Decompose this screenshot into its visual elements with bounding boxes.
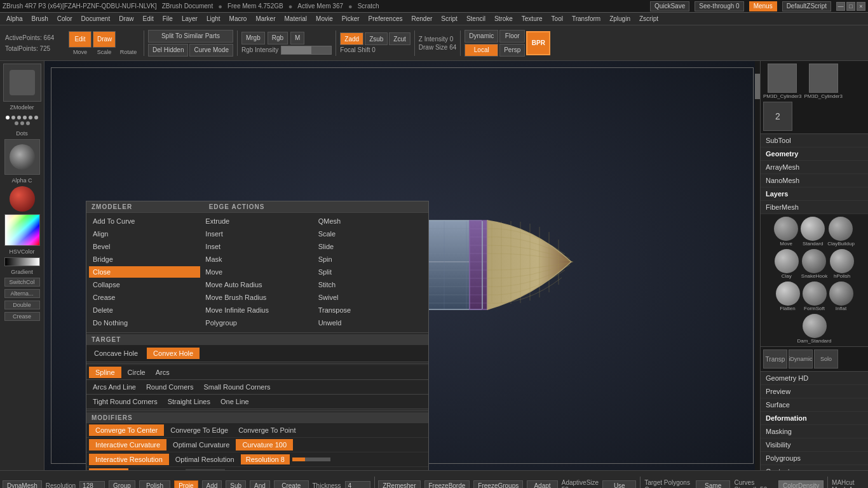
menu-light[interactable]: Light [203,14,224,24]
see-through-button[interactable]: See-through 0 [695,1,743,11]
same-double-button[interactable]: Same Doubl [696,480,731,489]
restore-button[interactable]: □ [846,2,855,11]
freeze-groups-button[interactable]: FreezeGroups [473,480,523,489]
zcut-button[interactable]: Zcut [389,32,410,45]
bpr-button[interactable]: BPR [526,31,550,55]
menu-render[interactable]: Render [408,14,437,24]
action-stitch[interactable]: Stitch [315,279,426,290]
modifier-converge-to-edge[interactable]: Converge To Edge [166,424,232,436]
nanomesh-button[interactable]: NanoMesh [761,174,868,187]
menu-layer[interactable]: Layer [178,14,201,24]
action-bevel[interactable]: Bevel [89,241,200,252]
alternate-button[interactable]: Alterna... [4,289,40,298]
create-shell-button[interactable]: Create Shell [274,480,309,489]
layers-button[interactable]: Layers [761,187,868,201]
action-close[interactable]: Close [89,266,200,278]
gradient-bar[interactable] [4,257,40,266]
polygroups-button[interactable]: Polygroups [761,452,868,465]
target-convex-hole[interactable]: Convex Hole [147,348,200,359]
brush-formsoft[interactable] [803,281,827,306]
proje-button[interactable]: Proje [174,480,198,489]
contact-button[interactable]: Contact [761,465,868,470]
modifier-resolution-8[interactable]: Resolution 8 [241,454,290,464]
use-polypaint-button[interactable]: Use Polypai [602,480,636,489]
double-button[interactable]: Double [4,301,40,309]
target-one-line[interactable]: One Line [217,396,253,407]
zmodeler-thumbnail[interactable] [3,64,41,102]
menu-document[interactable]: Document [78,14,114,24]
target-circle[interactable]: Circle [124,367,149,378]
menus-button[interactable]: Menus [749,1,777,11]
menu-file[interactable]: File [159,14,177,24]
menu-material[interactable]: Material [281,14,311,24]
freeze-border-button[interactable]: FreezeBorde [424,480,470,489]
action-align[interactable]: Align [89,228,200,240]
action-mask[interactable]: Mask [201,254,313,265]
brush-move[interactable] [774,217,798,241]
menu-brush[interactable]: Brush [28,14,52,24]
split-similar-button[interactable]: Split To Similar Parts [148,30,233,43]
brush-standard[interactable] [801,217,825,241]
action-qmesh[interactable]: QMesh [315,215,426,227]
menu-draw[interactable]: Draw [115,14,137,24]
action-move[interactable]: Move [201,266,313,278]
menu-stencil[interactable]: Stencil [463,14,489,24]
menu-color[interactable]: Color [53,14,76,24]
modifier-converge-to-point[interactable]: Converge To Point [234,424,299,436]
thumbnail-count[interactable]: 2 [763,102,792,131]
hsv-color-picker[interactable] [4,214,40,246]
persp-button[interactable]: Persp [499,44,525,57]
target-small-round-corners[interactable]: Small Round Corners [200,381,274,393]
menu-edit[interactable]: Edit [139,14,158,24]
target-arcs-and-line[interactable]: Arcs And Line [89,381,140,393]
floor-button[interactable]: Floor [499,30,525,43]
quicksave-button[interactable]: QuickSave [650,1,689,11]
menu-transform[interactable]: Transform [568,14,604,24]
zadd-button[interactable]: Zadd [340,32,363,45]
surface-button[interactable]: Surface [761,398,868,412]
group-button[interactable]: Group [109,480,135,489]
color-density-button[interactable]: ColorDensity [778,480,824,489]
action-crease[interactable]: Crease [89,292,200,303]
action-move-infinite-radius[interactable]: Move Infinite Radius [201,304,313,316]
target-arcs[interactable]: Arcs [152,367,173,378]
subtool-button[interactable]: SubTool [761,134,868,147]
brush-hpolish[interactable] [830,249,854,273]
action-do-nothing[interactable]: Do Nothing [89,317,200,329]
canvas-scrollbar-thumb[interactable] [755,74,760,99]
thumbnail-pm3d-2[interactable] [809,64,838,93]
del-hidden-button[interactable]: Del Hidden [148,44,188,57]
menu-tool[interactable]: Tool [548,14,567,24]
action-bridge[interactable]: Bridge [89,254,200,265]
polish-blur-button[interactable]: Polish Blur [139,480,170,489]
close-button[interactable]: × [857,2,865,11]
modifier-360-deg-twist[interactable]: 360 Deg Twist [131,468,183,470]
modifier-interactive-curvature[interactable]: Interactive Curvature [89,439,166,451]
mrgb-button[interactable]: Mrgb [241,32,265,44]
action-add-to-curve[interactable]: Add To Curve [89,215,200,227]
target-tight-round-corners[interactable]: Tight Round Corners [89,396,161,407]
crease-button[interactable]: Crease [4,312,40,321]
menu-preferences[interactable]: Preferences [365,14,407,24]
action-insert[interactable]: Insert [201,228,313,240]
menu-picker[interactable]: Picker [338,14,363,24]
action-polygroup[interactable]: Polygroup [201,317,313,329]
modifier-no-twist[interactable]: No Twist [89,468,128,470]
local-button[interactable]: Local [465,44,498,57]
target-concave-hole[interactable]: Concave Hole [90,348,142,359]
arraymesh-button[interactable]: ArrayMesh [761,161,868,174]
menu-macro[interactable]: Macro [226,14,251,24]
resolution-input[interactable] [79,481,105,489]
target-spline[interactable]: Spline [89,367,121,378]
action-extrude[interactable]: Extrude [201,215,313,227]
zremesher-button[interactable]: ZRemesher [378,480,420,489]
transp-button[interactable]: Transp [763,349,787,369]
draw-button[interactable]: Draw [93,31,116,48]
fibermesh-button[interactable]: FiberMesh [761,201,868,214]
sub-button[interactable]: Sub [226,480,246,489]
minimize-button[interactable]: — [836,2,845,11]
brush-snakehook[interactable] [802,249,826,273]
modifier-curvature-100[interactable]: Curvature 100 [236,439,293,451]
deformation-button[interactable]: Deformation [761,412,868,425]
dynamesh-button[interactable]: DynaMesh [3,480,42,489]
